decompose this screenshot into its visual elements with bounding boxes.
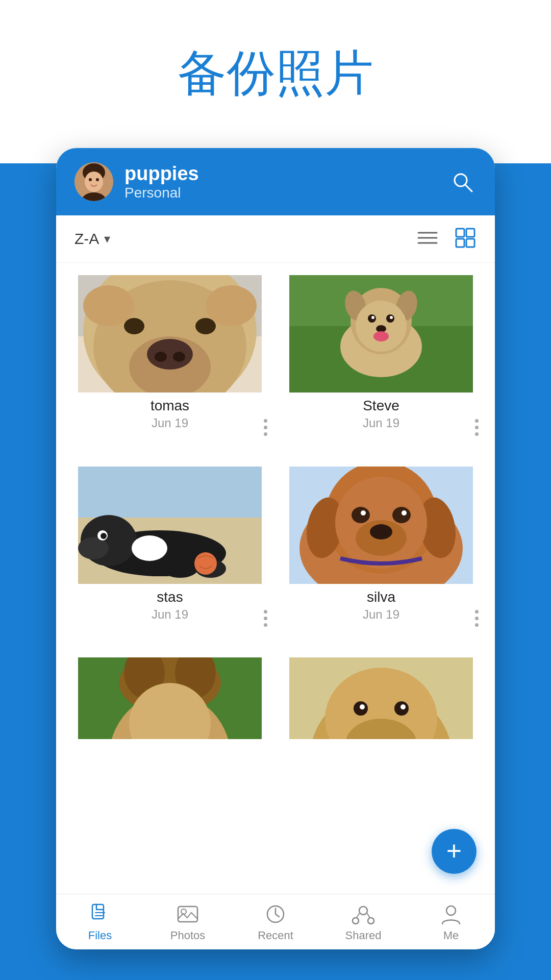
- photo-item-partial1[interactable]: [70, 657, 269, 739]
- grid-view-button[interactable]: [454, 227, 477, 251]
- svg-rect-13: [456, 239, 464, 247]
- header-username: puppies: [124, 163, 437, 185]
- header-text: puppies Personal: [124, 163, 437, 201]
- svg-point-59: [370, 524, 392, 540]
- page-title: 备份照片: [0, 0, 551, 107]
- svg-point-25: [83, 285, 134, 326]
- svg-point-46: [132, 535, 167, 561]
- svg-rect-81: [178, 906, 197, 922]
- photo-item-stas[interactable]: stas Jun 19: [70, 467, 269, 646]
- chevron-down-icon: ▾: [104, 232, 110, 246]
- svg-rect-11: [456, 229, 464, 237]
- photos-icon: [176, 902, 199, 926]
- photo-grid: tomas Jun 19: [56, 263, 495, 763]
- nav-item-files[interactable]: Files: [69, 902, 131, 942]
- svg-point-82: [181, 909, 186, 914]
- svg-point-22: [173, 352, 185, 362]
- recent-icon: [264, 902, 287, 926]
- svg-line-88: [367, 914, 370, 918]
- avatar: [74, 162, 113, 201]
- svg-point-76: [360, 704, 365, 709]
- photo-date-stas: Jun 19: [70, 607, 269, 622]
- more-menu-stas[interactable]: [262, 608, 269, 629]
- svg-point-77: [400, 704, 406, 709]
- photo-name-stas: stas: [70, 589, 269, 605]
- photo-name-tomas: tomas: [70, 398, 269, 414]
- photo-item-steve[interactable]: Steve Jun 19: [282, 275, 481, 454]
- svg-point-39: [373, 331, 389, 341]
- nav-item-photos[interactable]: Photos: [157, 902, 218, 942]
- photo-name-silva: silva: [282, 589, 481, 605]
- list-icon: [416, 227, 439, 249]
- more-menu-silva[interactable]: [473, 608, 481, 629]
- svg-point-89: [446, 906, 456, 915]
- svg-line-7: [465, 185, 472, 191]
- photo-item-partial2[interactable]: [282, 657, 481, 739]
- svg-point-21: [155, 352, 167, 362]
- shared-icon: [352, 902, 375, 926]
- photo-date-steve: Jun 19: [282, 416, 481, 430]
- svg-point-2: [85, 172, 103, 192]
- svg-point-38: [376, 325, 386, 332]
- more-menu-tomas[interactable]: [262, 417, 269, 438]
- svg-point-3: [89, 178, 92, 181]
- nav-label-me: Me: [443, 929, 459, 942]
- svg-rect-41: [78, 467, 262, 518]
- nav-label-photos: Photos: [170, 929, 206, 942]
- grid-icon: [454, 227, 477, 249]
- svg-rect-14: [466, 239, 474, 247]
- nav-label-recent: Recent: [258, 929, 293, 942]
- svg-point-26: [206, 285, 257, 326]
- nav-item-shared[interactable]: Shared: [333, 902, 394, 942]
- sort-label: Z-A: [74, 230, 99, 248]
- svg-rect-12: [466, 229, 474, 237]
- photo-item-silva[interactable]: silva Jun 19: [282, 467, 481, 646]
- me-icon: [439, 902, 463, 926]
- svg-point-62: [361, 510, 366, 516]
- svg-point-24: [195, 318, 216, 334]
- more-menu-steve[interactable]: [473, 417, 481, 438]
- header-account-type: Personal: [124, 185, 437, 201]
- fab-plus-icon: +: [446, 838, 462, 864]
- photo-item-tomas[interactable]: tomas Jun 19: [70, 275, 269, 454]
- svg-point-85: [353, 918, 359, 924]
- nav-item-me[interactable]: Me: [420, 902, 482, 942]
- files-icon: [88, 902, 112, 926]
- nav-label-shared: Shared: [345, 929, 382, 942]
- svg-point-37: [390, 316, 393, 319]
- svg-line-87: [357, 914, 359, 918]
- svg-point-63: [402, 510, 407, 516]
- svg-point-4: [96, 178, 99, 181]
- svg-point-60: [352, 507, 370, 523]
- svg-point-23: [124, 318, 144, 334]
- bottom-nav: Files Photos Recent: [56, 894, 495, 949]
- svg-point-86: [368, 918, 374, 924]
- svg-point-20: [147, 339, 193, 370]
- svg-point-50: [101, 533, 107, 539]
- svg-rect-78: [92, 904, 104, 919]
- list-view-button[interactable]: [416, 227, 439, 251]
- photo-date-silva: Jun 19: [282, 607, 481, 622]
- sort-button[interactable]: Z-A ▾: [74, 230, 110, 248]
- nav-label-files: Files: [88, 929, 112, 942]
- toolbar: Z-A ▾: [56, 215, 495, 263]
- search-icon: [450, 170, 474, 193]
- fab-add-button[interactable]: +: [432, 829, 477, 874]
- svg-point-36: [371, 316, 374, 319]
- photo-date-tomas: Jun 19: [70, 416, 269, 430]
- photo-name-steve: Steve: [282, 398, 481, 414]
- svg-point-84: [359, 906, 367, 915]
- app-header: puppies Personal: [56, 148, 495, 215]
- svg-point-47: [162, 559, 198, 578]
- svg-point-61: [392, 507, 411, 523]
- search-button[interactable]: [448, 167, 477, 196]
- svg-point-45: [78, 537, 109, 559]
- nav-item-recent[interactable]: Recent: [245, 902, 306, 942]
